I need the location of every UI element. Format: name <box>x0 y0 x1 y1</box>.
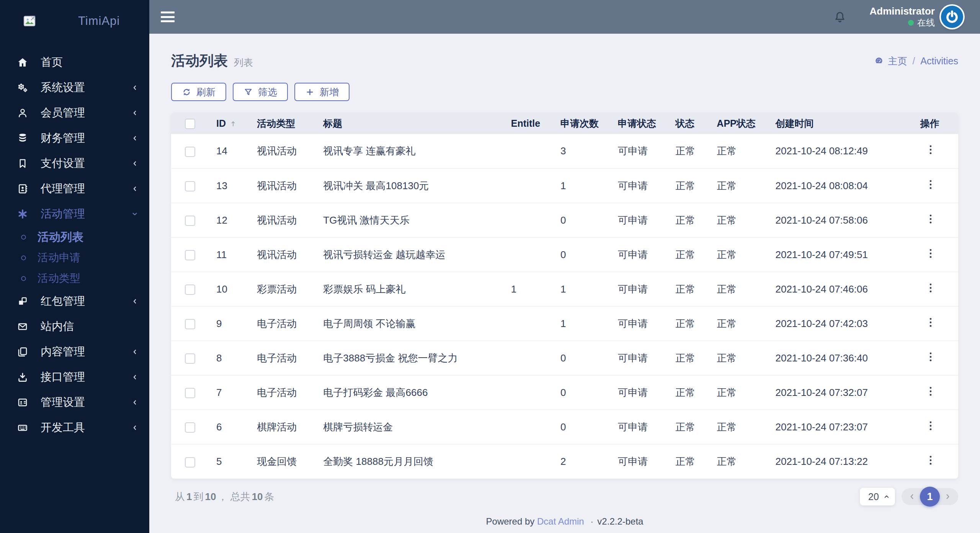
cell-created-at: 2021-10-24 07:32:07 <box>775 375 918 410</box>
column-id[interactable]: ID <box>216 113 257 134</box>
cell-apply-status: 可申请 <box>618 134 675 168</box>
cell-apply-status: 可申请 <box>618 272 675 306</box>
next-page-button[interactable] <box>944 492 952 501</box>
cell-type: 视讯活动 <box>257 134 323 168</box>
row-checkbox[interactable] <box>185 216 195 226</box>
online-status-label: 在线 <box>917 17 935 28</box>
sidebar-item-4[interactable]: 支付设置 <box>0 151 149 176</box>
breadcrumb: 主页 / Activities <box>874 55 958 67</box>
sidebar-subitem-6-0[interactable]: 活动列表 <box>0 227 149 247</box>
sidebar-item-0[interactable]: 首页 <box>0 50 149 75</box>
cell-apply-count: 0 <box>560 203 618 237</box>
previous-page-button[interactable] <box>908 492 916 501</box>
column-app-status: APP状态 <box>717 113 775 134</box>
chevron-left-icon <box>131 298 139 305</box>
sidebar-item-5[interactable]: 代理管理 <box>0 176 149 201</box>
row-actions-menu[interactable] <box>924 350 937 363</box>
sidebar: TimiApi 首页 系统设置 会员管理 财务管理 支付设置 代理管理 活动管理… <box>0 0 149 533</box>
column-created-at: 创建时间 <box>775 113 918 134</box>
database-icon <box>17 132 28 144</box>
plus-icon <box>305 87 315 97</box>
cell-title: TG视讯 激情天天乐 <box>323 203 511 237</box>
cell-apply-status: 可申请 <box>618 237 675 272</box>
row-actions-menu[interactable] <box>924 385 937 398</box>
select-all-checkbox[interactable] <box>185 119 195 129</box>
filter-button[interactable]: 筛选 <box>233 83 288 101</box>
chevron-left-icon <box>131 134 139 142</box>
sidebar-item-12[interactable]: 开发工具 <box>0 415 149 440</box>
cell-title: 棋牌亏损转运金 <box>323 410 511 444</box>
cell-created-at: 2021-10-24 07:49:51 <box>775 237 918 272</box>
current-page-button[interactable]: 1 <box>920 487 940 507</box>
notifications-bell-icon[interactable] <box>833 10 847 24</box>
sidebar-item-10[interactable]: 接口管理 <box>0 365 149 390</box>
cell-type: 视讯活动 <box>257 203 323 237</box>
cell-id: 13 <box>216 168 257 203</box>
row-actions-menu[interactable] <box>924 454 937 467</box>
row-checkbox[interactable] <box>185 250 195 260</box>
sidebar-item-3[interactable]: 财务管理 <box>0 126 149 151</box>
row-checkbox[interactable] <box>185 284 195 295</box>
bookmark-icon <box>17 158 28 169</box>
sidebar-subitem-6-1[interactable]: 活动申请 <box>0 247 149 268</box>
row-checkbox[interactable] <box>185 353 195 364</box>
user-menu[interactable]: Administrator 在线 <box>870 5 935 28</box>
sort-up-icon[interactable] <box>229 119 237 128</box>
cell-id: 8 <box>216 341 257 375</box>
chevron-left-icon <box>131 84 139 92</box>
row-actions-menu[interactable] <box>924 213 937 226</box>
row-checkbox[interactable] <box>185 319 195 329</box>
page-subtitle: 列表 <box>234 53 253 69</box>
cell-entitle <box>511 168 560 203</box>
row-actions-menu[interactable] <box>924 178 937 191</box>
table-row: 9 电子活动 电子周周领 不论输赢 1 可申请 正常 正常 2021-10-24… <box>171 306 958 341</box>
dcat-admin-link[interactable]: Dcat Admin <box>537 516 584 526</box>
chevron-left-icon <box>131 348 139 356</box>
keyboard-icon <box>17 422 28 433</box>
brand-logo[interactable]: TimiApi <box>0 0 149 42</box>
row-checkbox[interactable] <box>185 147 195 157</box>
row-actions-menu[interactable] <box>924 419 937 432</box>
refresh-button[interactable]: 刷新 <box>171 83 226 101</box>
power-icon <box>944 9 960 25</box>
sidebar-toggle-button[interactable] <box>161 11 175 22</box>
cell-status: 正常 <box>675 375 717 410</box>
row-checkbox[interactable] <box>185 388 195 398</box>
row-actions-menu[interactable] <box>924 281 937 294</box>
row-checkbox[interactable] <box>185 181 195 191</box>
add-new-button[interactable]: 新增 <box>294 83 350 101</box>
online-status-dot <box>908 20 914 26</box>
sidebar-item-1[interactable]: 系统设置 <box>0 75 149 100</box>
table-row: 6 棋牌活动 棋牌亏损转运金 0 可申请 正常 正常 2021-10-24 07… <box>171 410 958 444</box>
cell-type: 视讯活动 <box>257 237 323 272</box>
sidebar-subitem-6-2[interactable]: 活动类型 <box>0 268 149 289</box>
id-card-icon <box>17 397 28 408</box>
row-checkbox[interactable] <box>185 457 195 468</box>
cell-title: 视讯专享 连赢有豪礼 <box>323 134 511 168</box>
sidebar-item-7[interactable]: 红包管理 <box>0 289 149 314</box>
breadcrumb-home[interactable]: 主页 <box>888 55 907 67</box>
table-header-row: ID 活动类型 标题 Entitle 申请次数 申请状态 状态 APP状态 创建… <box>171 113 958 134</box>
sidebar-item-8[interactable]: 站内信 <box>0 314 149 339</box>
sidebar-item-9[interactable]: 内容管理 <box>0 339 149 365</box>
cell-app-status: 正常 <box>717 203 775 237</box>
row-actions-menu[interactable] <box>924 143 937 156</box>
avatar[interactable] <box>941 6 963 28</box>
table-row: 7 电子活动 电子打码彩金 最高6666 0 可申请 正常 正常 2021-10… <box>171 375 958 410</box>
per-page-select[interactable]: 20 <box>860 488 895 505</box>
cell-id: 9 <box>216 306 257 341</box>
sidebar-item-11[interactable]: 管理设置 <box>0 390 149 415</box>
chevron-left-icon <box>131 185 139 193</box>
row-actions-menu[interactable] <box>924 247 937 260</box>
circle-icon <box>20 275 27 282</box>
cell-apply-count: 1 <box>560 168 618 203</box>
sidebar-item-6[interactable]: 活动管理 <box>0 201 149 227</box>
cell-id: 7 <box>216 375 257 410</box>
cell-entitle: 1 <box>511 272 560 306</box>
row-checkbox[interactable] <box>185 422 195 433</box>
brand-name: TimiApi <box>78 14 120 28</box>
cell-apply-status: 可申请 <box>618 341 675 375</box>
row-actions-menu[interactable] <box>924 316 937 329</box>
cell-apply-status: 可申请 <box>618 444 675 479</box>
sidebar-item-2[interactable]: 会员管理 <box>0 100 149 126</box>
